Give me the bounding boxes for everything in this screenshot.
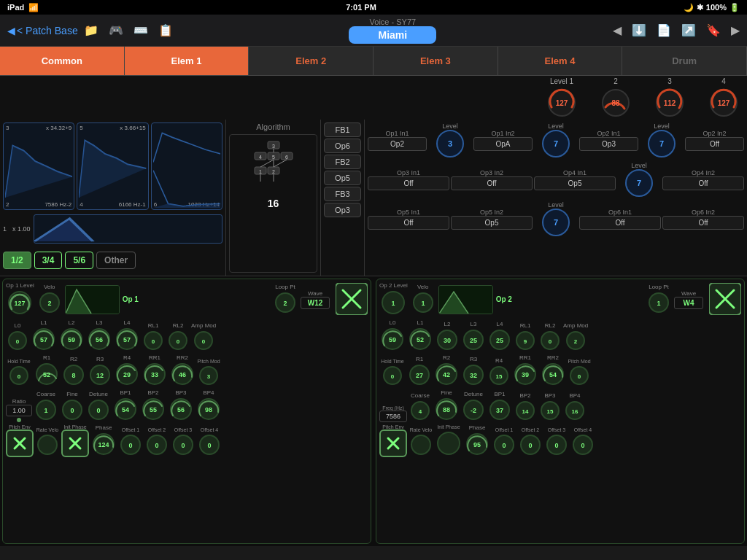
op2-bp3-knob[interactable]: 15 xyxy=(538,399,562,422)
op1-l2-knob[interactable]: 59 xyxy=(58,326,85,352)
nav-back-icon[interactable]: ◀ xyxy=(613,23,622,37)
op2-fine-knob[interactable]: 88 xyxy=(433,396,460,422)
op2-rl1-knob[interactable]: 9 xyxy=(514,329,537,352)
op1-r2-knob[interactable]: 8 xyxy=(61,362,86,387)
op1-rr2-knob[interactable]: 46 xyxy=(169,361,196,387)
op2-ratevelo-knob[interactable] xyxy=(409,432,433,457)
level-knob-op4in1[interactable]: 7 xyxy=(625,169,653,197)
folder-icon[interactable]: 📁 xyxy=(84,23,98,37)
patch-name[interactable]: Miami xyxy=(349,26,436,44)
level-knob-op1in2[interactable]: 7 xyxy=(542,130,570,158)
op2-offset1-knob[interactable]: 0 xyxy=(492,432,516,457)
level-knob-1[interactable]: Level 1 127 xyxy=(546,77,578,119)
op1in2-val[interactable]: OpA xyxy=(473,137,533,151)
level-knob-4[interactable]: 4 127 xyxy=(708,77,740,119)
op1-holdtime-knob[interactable]: 0 xyxy=(7,364,31,387)
op2-level-knob[interactable]: 1 xyxy=(379,289,407,316)
op2-offset2-knob[interactable]: 0 xyxy=(518,432,543,457)
op5-item[interactable]: Op5 xyxy=(324,171,361,185)
op1-initphase-x[interactable] xyxy=(61,429,89,457)
op1-detune-knob[interactable]: 0 xyxy=(86,397,111,422)
op2-offset3-knob[interactable]: 0 xyxy=(544,432,569,457)
op1-l0-knob[interactable]: 0 xyxy=(6,329,29,352)
op1-bp4-knob[interactable]: 98 xyxy=(196,396,222,422)
op4in2-val[interactable]: Off xyxy=(662,176,744,190)
op2-holdtime-knob[interactable]: 0 xyxy=(381,364,404,387)
nav-upload-icon[interactable]: ⬇️ xyxy=(632,23,646,37)
op2-freq-val[interactable]: 7586 xyxy=(379,411,407,422)
op1-fine-knob[interactable]: 0 xyxy=(60,397,85,422)
op2-l2-knob[interactable]: 30 xyxy=(435,327,460,352)
op1-x-button[interactable] xyxy=(336,283,368,316)
op2-ampmod-knob[interactable]: 2 xyxy=(564,329,587,352)
level-knob-op1in1[interactable]: 3 xyxy=(436,130,464,158)
op2-phase-knob[interactable]: 95 xyxy=(464,431,490,457)
op-tab-34[interactable]: 3/4 xyxy=(34,252,63,269)
op6in1-val[interactable]: Off xyxy=(579,216,661,230)
op1-l4-knob[interactable]: 57 xyxy=(114,326,140,352)
op3-item[interactable]: Op3 xyxy=(324,203,361,217)
op2-velo-knob[interactable]: 1 xyxy=(411,290,436,315)
op1-phase-knob[interactable]: 124 xyxy=(90,431,117,457)
op1-r3-knob[interactable]: 12 xyxy=(88,362,112,387)
tab-elem2[interactable]: Elem 2 xyxy=(249,47,374,75)
op1-l1-knob[interactable]: 57 xyxy=(31,326,57,352)
op2-detune-knob[interactable]: -2 xyxy=(461,397,486,422)
op2-wave-display[interactable]: W4 xyxy=(674,297,703,309)
op2-bp4-knob[interactable]: 16 xyxy=(563,399,587,422)
op1-offset3-knob[interactable]: 0 xyxy=(171,432,196,457)
op1-ratevelo-knob[interactable] xyxy=(35,432,60,457)
tab-elem4[interactable]: Elem 4 xyxy=(498,47,623,75)
level-knob-op5in2[interactable]: 7 xyxy=(542,209,570,236)
op1-velo-knob[interactable]: 2 xyxy=(37,290,62,315)
op2-l0-knob[interactable]: 59 xyxy=(379,326,406,352)
op4in1-val[interactable]: Op5 xyxy=(534,176,616,190)
op2in2-val[interactable]: Off xyxy=(685,137,744,151)
op1-ratio-val[interactable]: 1.00 xyxy=(6,405,32,416)
back-button[interactable]: ◀ < Patch Base xyxy=(7,25,78,36)
op1-l3-knob[interactable]: 56 xyxy=(86,326,112,352)
op1-rl1-knob[interactable]: 0 xyxy=(142,329,165,352)
tab-elem1[interactable]: Elem 1 xyxy=(125,47,249,75)
op5in2-val[interactable]: Op5 xyxy=(451,216,533,230)
op1-wave-display[interactable]: W12 xyxy=(301,297,330,309)
op2-l3-knob[interactable]: 25 xyxy=(461,327,486,352)
op1-offset4-knob[interactable]: 0 xyxy=(197,432,222,457)
op1-r4-knob[interactable]: 29 xyxy=(114,361,140,387)
fb3-item[interactable]: FB3 xyxy=(324,187,361,201)
op-tab-other[interactable]: Other xyxy=(96,252,136,269)
op1-rr1-knob[interactable]: 33 xyxy=(142,361,168,387)
op2in1-val[interactable]: Op3 xyxy=(579,137,638,151)
fb1-item[interactable]: FB1 xyxy=(324,122,361,137)
op1-looppt-knob[interactable]: 2 xyxy=(273,290,298,315)
op6-item[interactable]: Op6 xyxy=(324,139,361,153)
nav-doc-icon[interactable]: 📄 xyxy=(657,23,671,37)
op1-r1-knob[interactable]: 52 xyxy=(34,361,60,387)
op2-looppt-knob[interactable]: 1 xyxy=(646,290,671,315)
fb2-item[interactable]: FB2 xyxy=(324,155,361,169)
op2-rr2-knob[interactable]: 54 xyxy=(540,361,566,387)
op2-x-button[interactable] xyxy=(709,283,741,316)
copy-icon[interactable]: 📋 xyxy=(158,23,173,37)
op1in1-val[interactable]: Op2 xyxy=(368,137,427,151)
op1-rl2-knob[interactable]: 0 xyxy=(166,329,190,352)
op2-coarse-knob[interactable]: 4 xyxy=(409,399,432,422)
tab-elem3[interactable]: Elem 3 xyxy=(374,47,498,75)
op1-ampmod-knob[interactable]: 0 xyxy=(192,329,215,352)
nav-share-icon[interactable]: ↗️ xyxy=(681,23,696,37)
op2-r3-knob[interactable]: 32 xyxy=(461,362,486,387)
op2-rr1-knob[interactable]: 39 xyxy=(512,361,538,387)
op2-r2-knob[interactable]: 42 xyxy=(433,361,460,387)
level-knob-op2in1[interactable]: 7 xyxy=(648,130,676,158)
op2-bp2-knob[interactable]: 14 xyxy=(514,399,537,422)
op-tab-12[interactable]: 1/2 xyxy=(3,252,31,269)
gamepad-icon[interactable]: 🎮 xyxy=(109,23,123,37)
op1-offset2-knob[interactable]: 0 xyxy=(144,432,169,457)
op3in1-val[interactable]: Off xyxy=(368,176,449,190)
op1-pitchmod-knob[interactable]: 3 xyxy=(197,364,220,387)
op1-bp1-knob[interactable]: 54 xyxy=(112,396,139,422)
op1-coarse-knob[interactable]: 1 xyxy=(34,397,58,422)
nav-bookmark-icon[interactable]: 🔖 xyxy=(706,23,721,37)
op2-l1-knob[interactable]: 52 xyxy=(407,326,433,352)
level-knob-2[interactable]: 2 88 xyxy=(600,77,632,119)
